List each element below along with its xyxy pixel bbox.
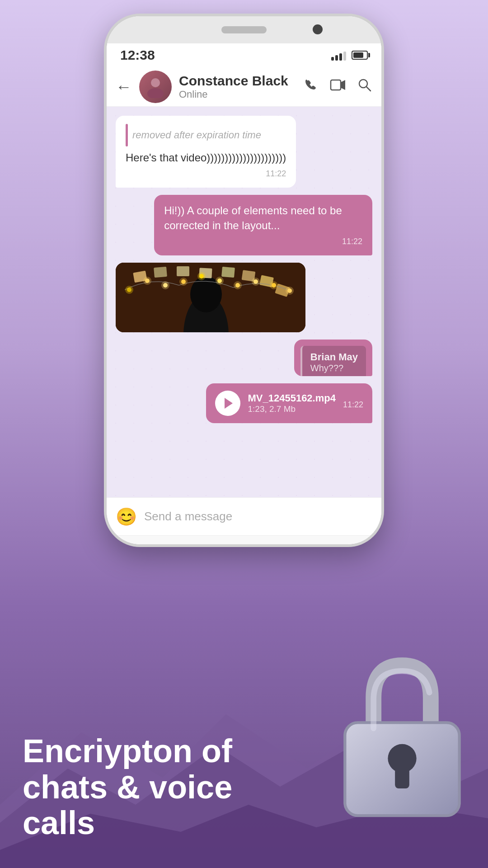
play-button[interactable] <box>215 391 240 416</box>
chat-header: ← Constance Black Online <box>107 67 381 107</box>
signal-bars <box>331 50 346 61</box>
svg-point-43 <box>252 278 260 286</box>
chat-content: removed after expiration time Here's tha… <box>107 107 381 423</box>
svg-point-31 <box>143 277 151 285</box>
phone-frame: 12:38 ← <box>104 14 384 547</box>
signal-bar-1 <box>331 57 334 61</box>
svg-point-33 <box>161 281 169 289</box>
phone-camera <box>313 24 323 34</box>
avatar-image <box>139 71 172 103</box>
svg-rect-8 <box>331 80 341 90</box>
phone-screen: 12:38 ← <box>107 43 381 544</box>
video-icon[interactable] <box>330 77 346 96</box>
svg-point-35 <box>179 278 188 286</box>
avatar[interactable] <box>139 71 172 103</box>
svg-point-37 <box>197 272 206 280</box>
phone-top-bar <box>107 16 381 43</box>
lock-icon <box>325 651 479 823</box>
message-3-photo: Here's that photo) ✏ ✓✓ 11:22 <box>116 263 305 332</box>
svg-marker-9 <box>341 80 345 90</box>
header-icons <box>304 77 372 96</box>
contact-name: Constance Black <box>179 73 296 89</box>
svg-line-11 <box>366 87 371 91</box>
message-input[interactable]: Send a message <box>144 509 372 524</box>
svg-rect-5 <box>395 767 409 789</box>
msg-1-time: 11:22 <box>126 168 286 179</box>
svg-point-6 <box>151 78 160 87</box>
quote-header: Brian May Why??? <box>300 346 366 376</box>
quote-name: Brian May <box>310 351 358 363</box>
back-button[interactable]: ← <box>116 79 132 95</box>
svg-point-41 <box>234 281 242 289</box>
msg-2-time: 11:22 <box>164 236 362 247</box>
call-icon[interactable] <box>304 77 319 96</box>
bottom-navigation: ☰ □ <box>107 535 381 544</box>
audio-meta: 1:23, 2.7 Mb <box>248 404 335 414</box>
svg-point-39 <box>216 277 224 285</box>
battery-fill <box>353 52 363 58</box>
photo-image <box>116 263 305 332</box>
svg-point-29 <box>125 286 133 294</box>
svg-point-47 <box>286 287 294 295</box>
contact-status: Online <box>179 89 296 100</box>
message-2-sent: Hi!)) A couple of elements need to be co… <box>154 195 372 255</box>
search-icon[interactable] <box>357 77 372 96</box>
removed-text: removed after expiration time <box>132 128 261 142</box>
audio-filename: MV_12455162.mp4 <box>248 392 335 404</box>
message-4-quoted: Brian May Why??? Because 11:22 <box>294 340 372 376</box>
signal-bar-4 <box>343 52 346 61</box>
footer-text: Encriypton of chats & voice calls <box>23 733 298 841</box>
status-icons <box>331 50 368 61</box>
signal-bar-3 <box>339 53 342 61</box>
svg-rect-24 <box>221 267 235 278</box>
svg-point-7 <box>147 88 164 98</box>
chat-area: removed after expiration time Here's tha… <box>107 107 381 497</box>
phone-speaker <box>221 26 267 33</box>
msg-5-time: 11:22 <box>343 400 363 410</box>
emoji-button[interactable]: 😊 <box>116 507 137 527</box>
video-message-text: Here's that video)))))))))))))))))))))) <box>126 150 286 165</box>
svg-rect-22 <box>177 266 189 276</box>
input-bar: 😊 Send a message <box>107 497 381 535</box>
svg-rect-21 <box>154 267 167 278</box>
quote-text: Why??? <box>310 363 358 373</box>
msg-2-text: Hi!)) A couple of elements need to be co… <box>164 203 362 233</box>
status-time: 12:38 <box>120 47 155 63</box>
play-triangle-icon <box>225 398 233 409</box>
audio-info: MV_12455162.mp4 1:23, 2.7 Mb <box>248 392 335 414</box>
battery-icon <box>352 51 368 60</box>
signal-bar-2 <box>335 55 338 61</box>
message-5-audio: MV_12455162.mp4 1:23, 2.7 Mb 11:22 <box>206 383 372 423</box>
status-bar: 12:38 <box>107 43 381 67</box>
svg-point-45 <box>270 281 278 289</box>
contact-info: Constance Black Online <box>179 73 296 100</box>
message-1-received: removed after expiration time Here's tha… <box>116 116 296 188</box>
